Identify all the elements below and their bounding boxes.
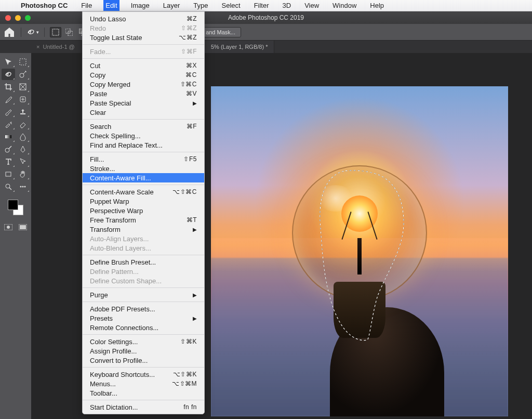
healing-tool[interactable]: [16, 94, 30, 105]
frame-tool[interactable]: [16, 81, 30, 93]
app-name[interactable]: Photoshop CC: [19, 0, 70, 11]
menu-3d[interactable]: 3D: [281, 0, 294, 11]
menu-item-cut[interactable]: Cut⌘X: [83, 61, 204, 70]
menu-edit[interactable]: Edit: [103, 0, 119, 11]
menu-item-copy[interactable]: Copy⌘C: [83, 70, 204, 80]
type-tool[interactable]: [2, 156, 15, 167]
minimize-icon[interactable]: [15, 15, 21, 21]
menu-file[interactable]: File: [79, 0, 94, 11]
menu-item-fill[interactable]: Fill...⇧F5: [83, 154, 204, 164]
document-canvas[interactable]: [211, 86, 508, 416]
menu-item-color-settings[interactable]: Color Settings...⇧⌘K: [83, 337, 204, 346]
maximize-icon[interactable]: [25, 15, 31, 21]
menu-item-copy-merged[interactable]: Copy Merged⇧⌘C: [83, 80, 204, 89]
menu-item-toggle-last-state[interactable]: Toggle Last State⌥⌘Z: [83, 33, 204, 42]
gradient-tool[interactable]: [2, 131, 15, 142]
svg-rect-13: [5, 135, 11, 138]
lightbulb: [292, 165, 427, 300]
history-brush-tool[interactable]: [2, 119, 15, 130]
menu-item-stroke[interactable]: Stroke...: [83, 164, 204, 173]
menu-help[interactable]: Help: [368, 0, 386, 11]
color-swatches[interactable]: [8, 200, 23, 215]
menu-item-assign-profile[interactable]: Assign Profile...: [83, 346, 204, 356]
menu-view[interactable]: View: [302, 0, 321, 11]
options-bar: ▾ Select and Mask...: [0, 24, 532, 41]
new-selection-icon[interactable]: [50, 27, 61, 37]
quick-select-tool[interactable]: [16, 69, 30, 80]
menu-item-find-and-replace-text[interactable]: Find and Replace Text...: [83, 140, 204, 150]
menu-item-start-dictation[interactable]: Start Dictation...fn fn: [83, 402, 204, 412]
quick-mask-icon[interactable]: [3, 222, 14, 232]
tab-active-document[interactable]: 5% (Layer 1, RGB/8) *: [205, 41, 274, 53]
menu-select[interactable]: Select: [219, 0, 242, 11]
menu-image[interactable]: Image: [129, 0, 152, 11]
menu-item-perspective-warp[interactable]: Perspective Warp: [83, 206, 204, 215]
tab-label: Untitled-1 @: [43, 44, 74, 50]
menu-item-remote-connections[interactable]: Remote Connections...: [83, 323, 204, 332]
screen-mode-icon[interactable]: [17, 222, 29, 232]
edit-menu-dropdown: Undo Lasso⌘ZRedo⇧⌘ZToggle Last State⌥⌘ZF…: [82, 11, 205, 414]
menu-item-free-transform[interactable]: Free Transform⌘T: [83, 215, 204, 225]
menu-item-content-aware-fill[interactable]: Content-Aware Fill...: [83, 173, 204, 182]
menu-item-clear[interactable]: Clear: [83, 108, 204, 117]
brush-tool[interactable]: [2, 106, 15, 117]
menu-item-search[interactable]: Search⌘F: [83, 122, 204, 131]
crop-tool[interactable]: [2, 81, 15, 93]
menu-separator: [83, 367, 204, 368]
menu-window[interactable]: Window: [330, 0, 358, 11]
menu-item-undo-lasso[interactable]: Undo Lasso⌘Z: [83, 14, 204, 23]
close-icon[interactable]: ×: [36, 44, 39, 50]
menu-item-presets[interactable]: Presets▶: [83, 313, 204, 323]
add-selection-icon[interactable]: [63, 27, 75, 37]
menu-item-define-brush-preset[interactable]: Define Brush Preset...: [83, 257, 204, 267]
menu-item-label: Toolbar...: [90, 389, 197, 397]
home-icon[interactable]: [3, 27, 16, 38]
menu-item-purge[interactable]: Purge▶: [83, 290, 204, 299]
rectangle-tool[interactable]: [2, 168, 15, 180]
menu-item-toolbar[interactable]: Toolbar...: [83, 388, 204, 398]
eyedropper-tool[interactable]: [2, 94, 15, 105]
menu-item-convert-to-profile[interactable]: Convert to Profile...: [83, 356, 204, 365]
menu-type[interactable]: Type: [191, 0, 210, 11]
menu-item-keyboard-shortcuts[interactable]: Keyboard Shortcuts...⌥⇧⌘K: [83, 370, 204, 379]
edit-toolbar[interactable]: [16, 181, 30, 192]
zoom-tool[interactable]: [2, 181, 15, 192]
active-tool-icon[interactable]: ▾: [26, 27, 39, 38]
hand-tool[interactable]: [16, 168, 30, 180]
menu-filter[interactable]: Filter: [252, 0, 271, 11]
marquee-tool[interactable]: [16, 56, 30, 68]
svg-point-9: [20, 73, 24, 77]
menu-item-label: Start Dictation...: [90, 403, 166, 411]
eraser-tool[interactable]: [16, 119, 30, 130]
menu-item-label: Define Pattern...: [90, 268, 197, 276]
menu-item-label: Keyboard Shortcuts...: [90, 371, 166, 378]
menu-separator: [83, 44, 204, 45]
menu-item-adobe-pdf-presets[interactable]: Adobe PDF Presets...: [83, 304, 204, 313]
menu-item-puppet-warp[interactable]: Puppet Warp: [83, 197, 204, 206]
menu-item-check-spelling[interactable]: Check Spelling...: [83, 131, 204, 140]
blur-tool[interactable]: [16, 131, 30, 142]
window-title: Adobe Photoshop CC 2019: [0, 14, 532, 21]
menu-separator: [83, 185, 204, 185]
menu-item-content-aware-scale[interactable]: Content-Aware Scale⌥⇧⌘C: [83, 187, 204, 197]
menu-item-paste-special[interactable]: Paste Special▶: [83, 98, 204, 108]
close-icon[interactable]: [5, 15, 11, 21]
dodge-tool[interactable]: [2, 143, 15, 155]
foreground-swatch[interactable]: [8, 200, 18, 210]
menu-item-shortcut: ⇧F5: [166, 155, 197, 163]
window-controls: [0, 15, 31, 21]
menu-item-transform[interactable]: Transform▶: [83, 225, 204, 234]
clone-tool[interactable]: [16, 106, 30, 117]
menu-item-shortcut: ⌘C: [166, 71, 197, 78]
menu-item-label: Paste: [90, 90, 166, 98]
menu-item-menus[interactable]: Menus...⌥⇧⌘M: [83, 379, 204, 388]
menu-item-auto-blend-layers: Auto-Blend Layers...: [83, 243, 204, 253]
tab-untitled-1[interactable]: × Untitled-1 @: [0, 41, 82, 53]
menu-item-paste[interactable]: Paste⌘V: [83, 89, 204, 98]
submenu-arrow-icon: ▶: [166, 316, 197, 321]
menu-layer[interactable]: Layer: [161, 0, 182, 11]
lasso-tool[interactable]: [2, 69, 15, 80]
pen-tool[interactable]: [16, 143, 30, 155]
path-select-tool[interactable]: [16, 156, 30, 167]
move-tool[interactable]: [2, 56, 15, 68]
